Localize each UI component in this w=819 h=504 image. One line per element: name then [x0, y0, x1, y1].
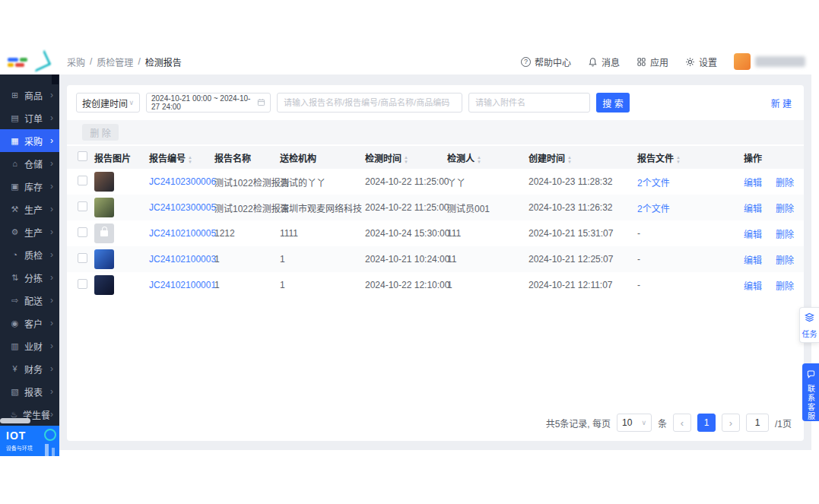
column-header-files[interactable]: 报告文件▲▼: [637, 151, 681, 164]
sort-icon[interactable]: ▲▼: [477, 154, 481, 163]
contact-support-fab[interactable]: 联系客服: [802, 363, 819, 421]
pagination-suffix: /1页: [775, 417, 792, 430]
sidebar-item-production-2[interactable]: ⚙生产›: [0, 220, 59, 243]
edit-link[interactable]: 编辑: [744, 230, 762, 240]
user-menu[interactable]: [734, 53, 805, 70]
report-list-card: 按创建时间 ∨ 2024-10-21 00:00 ~ 2024-10-27 24…: [67, 85, 804, 441]
keyword-search-input[interactable]: [277, 93, 462, 113]
settings-button[interactable]: 设置: [685, 55, 717, 68]
tasks-fab[interactable]: 任务: [799, 307, 819, 343]
edit-link[interactable]: 编辑: [744, 204, 762, 214]
select-all-checkbox[interactable]: [78, 151, 87, 161]
report-thumbnail[interactable]: [94, 198, 114, 217]
row-checkbox[interactable]: [78, 279, 87, 289]
row-checkbox[interactable]: [78, 253, 87, 263]
current-page-button[interactable]: 1: [697, 414, 716, 432]
test-time: 2024-10-21 10:24:00: [365, 254, 449, 265]
column-header-test-time[interactable]: 检测时间▲▼: [365, 151, 408, 164]
delete-link[interactable]: 删除: [776, 230, 794, 240]
column-header-created-time[interactable]: 创建时间▲▼: [529, 151, 572, 164]
sidebar-item-label: 采购: [24, 135, 50, 147]
report-files-link[interactable]: 2个文件: [637, 176, 670, 189]
delete-link[interactable]: 删除: [776, 178, 794, 189]
report-files-link[interactable]: 2个文件: [637, 201, 670, 214]
bulk-actions-toolbar: 删 除: [67, 120, 804, 144]
row-checkbox[interactable]: [78, 201, 87, 211]
breadcrumb-item[interactable]: 质检管理: [97, 55, 133, 68]
row-checkbox[interactable]: [78, 176, 87, 185]
report-no-link[interactable]: JC24102100005: [149, 228, 216, 239]
page-size-select[interactable]: 10∨: [617, 414, 652, 432]
column-header-tester[interactable]: 检测人▲▼: [447, 151, 481, 164]
settings-label: 设置: [699, 55, 717, 68]
inspection-org: 测试的丫丫: [280, 176, 325, 189]
created-time: 2024-10-21 12:11:07: [529, 280, 613, 290]
inspection-org: 深圳市观麦网络科技: [280, 201, 362, 214]
chevron-right-icon: ›: [50, 113, 53, 123]
row-checkbox[interactable]: [78, 227, 87, 237]
report-no-link[interactable]: JC24102100003: [149, 254, 216, 265]
logo-shape: [8, 58, 18, 62]
chevron-right-icon: ›: [50, 341, 53, 351]
sidebar-item-orders[interactable]: ▤订单›: [0, 106, 59, 129]
sidebar-item-label: 质检: [24, 249, 50, 262]
cart-icon: ▦: [9, 136, 21, 146]
edit-link[interactable]: 编辑: [744, 255, 762, 266]
edit-link[interactable]: 编辑: [744, 178, 762, 189]
sidebar-item-quality[interactable]: ◔质检›: [0, 243, 59, 266]
sidebar-item-customers[interactable]: ◉客户›: [0, 312, 59, 334]
sidebar-item-goods[interactable]: ⊞商品›: [0, 84, 59, 106]
date-range-picker[interactable]: 2024-10-21 00:00 ~ 2024-10-27 24:00: [146, 93, 271, 113]
search-button[interactable]: 搜 索: [596, 93, 630, 113]
test-time: 2024-10-22 11:25:00: [365, 176, 449, 187]
report-thumbnail[interactable]: [94, 249, 114, 269]
filter-type-select[interactable]: 按创建时间 ∨: [76, 93, 140, 113]
inspection-org: 1: [280, 254, 285, 265]
sidebar-item-label: 客户: [24, 317, 50, 330]
report-thumbnail-locked[interactable]: [94, 223, 114, 243]
iot-subtitle: 设备与环境: [6, 444, 33, 452]
delete-link[interactable]: 删除: [776, 255, 794, 266]
report-no-link[interactable]: JC24102300005: [149, 202, 216, 213]
sort-icon[interactable]: ▲▼: [676, 154, 681, 163]
sidebar-item-delivery[interactable]: ⇨配送›: [0, 289, 59, 312]
test-time: 2024-10-24 15:30:00: [365, 228, 449, 239]
sidebar-item-reports[interactable]: ▧报表›: [0, 380, 59, 403]
iot-brand-block[interactable]: IOT 设备与环境: [0, 426, 59, 456]
column-header-report-no[interactable]: 报告编号▲▼: [149, 151, 192, 164]
sidebar-item-business-finance[interactable]: ▥业财›: [0, 334, 59, 357]
logo-swoosh: [27, 49, 51, 72]
sidebar-item-sorting[interactable]: ⇅分拣›: [0, 266, 59, 289]
sidebar-scrollbar[interactable]: [0, 418, 30, 423]
sort-icon[interactable]: ▲▼: [567, 154, 572, 163]
bulk-delete-button[interactable]: 删 除: [82, 124, 119, 141]
report-no-link[interactable]: JC24102300006: [149, 176, 216, 187]
delete-link[interactable]: 删除: [776, 204, 794, 214]
next-page-button[interactable]: ›: [722, 414, 740, 432]
attachment-search-input[interactable]: [468, 93, 590, 113]
apps-button[interactable]: 应用: [636, 55, 668, 68]
report-name: 1: [214, 280, 220, 290]
logo-shape: [15, 63, 24, 67]
column-header-actions: 操作: [744, 151, 762, 164]
messages-button[interactable]: 消息: [588, 55, 620, 68]
test-time: 2024-10-22 12:10:00: [365, 280, 449, 290]
help-center-button[interactable]: ? 帮助中心: [521, 55, 571, 68]
prev-page-button[interactable]: ‹: [673, 414, 691, 432]
sort-icon[interactable]: ▲▼: [404, 154, 408, 163]
sidebar-item-purchase[interactable]: ▦采购›: [0, 129, 59, 152]
sidebar-item-inventory[interactable]: ▣库存›: [0, 175, 59, 198]
chevron-right-icon: ›: [50, 135, 53, 146]
new-report-button[interactable]: 新 建: [771, 97, 792, 109]
report-thumbnail[interactable]: [94, 172, 114, 192]
report-no-link[interactable]: JC24102100001: [149, 280, 216, 290]
report-thumbnail[interactable]: [94, 275, 114, 295]
edit-link[interactable]: 编辑: [744, 281, 762, 292]
delete-link[interactable]: 删除: [776, 281, 794, 292]
breadcrumb-item[interactable]: 采购: [67, 55, 85, 68]
sidebar-item-finance[interactable]: ¥财务›: [0, 357, 59, 380]
sort-icon[interactable]: ▲▼: [188, 154, 192, 163]
sidebar-item-production-1[interactable]: ⚒生产›: [0, 198, 59, 220]
sidebar-item-warehouse[interactable]: ⌂仓储›: [0, 152, 59, 175]
page-jump-input[interactable]: [746, 414, 769, 432]
